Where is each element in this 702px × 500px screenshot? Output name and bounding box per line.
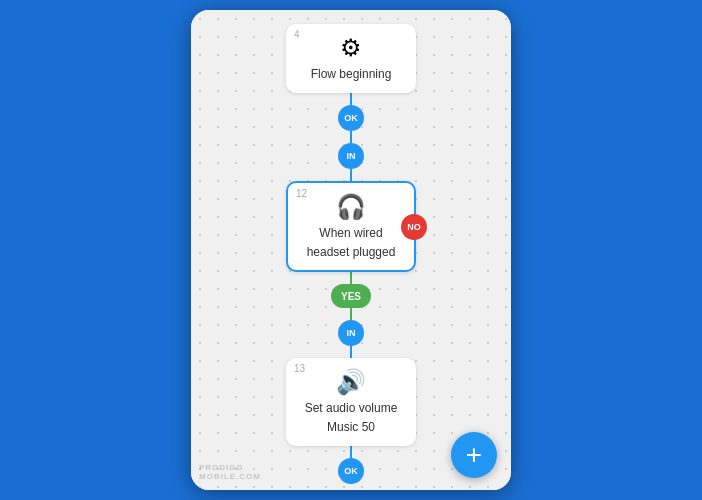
- node-wrapper-12: 12 🎧 When wired headset plugged NO: [286, 181, 416, 273]
- gear-icon: ⚙: [302, 34, 400, 62]
- connector-7: [350, 446, 352, 458]
- plus-icon: +: [466, 439, 482, 471]
- node-flow-beginning[interactable]: 4 ⚙ Flow beginning: [286, 24, 416, 93]
- node-set-audio-volume[interactable]: 13 🔊 Set audio volume Music 50: [286, 358, 416, 446]
- phone-frame: 4 ⚙ Flow beginning OK IN 12 🎧 When wired…: [191, 10, 511, 490]
- connector-2: [350, 131, 352, 143]
- badge-ok-13: OK: [338, 458, 364, 484]
- connector-6: [350, 346, 352, 358]
- node-number-12: 12: [296, 188, 307, 199]
- node-label-flow-beginning: Flow beginning: [311, 67, 392, 81]
- badge-in-12: IN: [338, 143, 364, 169]
- flow-canvas: 4 ⚙ Flow beginning OK IN 12 🎧 When wired…: [191, 10, 511, 490]
- connector-5: [350, 308, 352, 320]
- badge-no-12: NO: [401, 214, 427, 240]
- add-block-button[interactable]: +: [451, 432, 497, 478]
- watermark: PRODIGG MOBILE.COM: [199, 463, 261, 482]
- headset-icon: 🎧: [304, 193, 398, 221]
- connector-1: [350, 93, 352, 105]
- badge-in-13: IN: [338, 320, 364, 346]
- node-number-4: 4: [294, 29, 300, 40]
- badge-yes-12: YES: [331, 284, 371, 308]
- node-number-13: 13: [294, 363, 305, 374]
- red-arrow-indicator: [501, 170, 511, 240]
- connector-3: [350, 169, 352, 181]
- speaker-icon: 🔊: [302, 368, 400, 396]
- node-label-headset: When wired headset plugged: [307, 226, 396, 259]
- node-label-audio: Set audio volume Music 50: [305, 401, 398, 434]
- badge-ok-1: OK: [338, 105, 364, 131]
- connector-4: [350, 272, 352, 284]
- node-headset-plugged[interactable]: 12 🎧 When wired headset plugged NO: [286, 181, 416, 273]
